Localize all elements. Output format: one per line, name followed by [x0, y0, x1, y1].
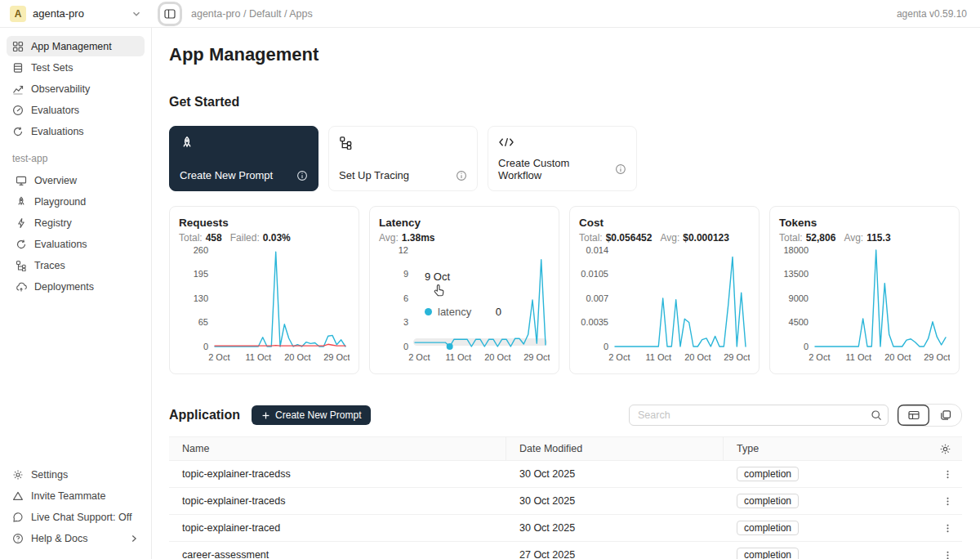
row-menu-button[interactable] [939, 493, 956, 510]
sidebar-item-registry[interactable]: Registry [7, 212, 145, 233]
sidebar-item-app-management[interactable]: App Management [7, 36, 145, 56]
app-date-modified: 30 Oct 2025 [506, 495, 724, 507]
ellipsis-vertical-icon [942, 523, 953, 534]
column-header-date-modified[interactable]: Date Modified [506, 437, 724, 460]
table-row[interactable]: topic-explainer-tracedss 30 Oct 2025 com… [169, 461, 962, 488]
search-input[interactable] [629, 405, 889, 426]
create-new-prompt-button[interactable]: Create New Prompt [252, 405, 371, 425]
refresh-circle-icon [16, 239, 27, 250]
info-icon[interactable] [296, 170, 308, 181]
sidebar-item-traces[interactable]: Traces [7, 255, 145, 275]
card-view-button[interactable] [929, 405, 961, 426]
y-axis-tick: 9000 [789, 293, 808, 303]
x-axis-tick: 11 Oct [246, 352, 272, 362]
x-axis-tick: 11 Oct [446, 352, 472, 362]
sidebar-item-observability[interactable]: Observability [7, 78, 145, 99]
test-sets-icon [12, 62, 24, 74]
hover-marker-dot [447, 343, 453, 350]
sidebar-item-playground[interactable]: Playground [7, 191, 145, 212]
table-row[interactable]: career-assessment 27 Oct 2025 completion [169, 542, 962, 559]
get-started-cards: Create New Prompt Set Up Tracing Create … [169, 126, 962, 191]
column-header-type[interactable]: Type [724, 437, 926, 460]
table-row[interactable]: topic-explainer-traced 30 Oct 2025 compl… [169, 515, 962, 542]
ellipsis-vertical-icon [942, 496, 953, 507]
chart-title: Requests [179, 217, 350, 229]
sidebar-item-help-docs[interactable]: Help & Docs [7, 528, 145, 548]
x-axis-tick: 20 Oct [484, 352, 510, 362]
sidebar-item-overview[interactable]: Overview [7, 170, 145, 190]
sidebar-item-label: Live Chat Support: Off [31, 512, 131, 523]
requests-chart: 0651301952602 Oct11 Oct20 Oct29 Oct [179, 244, 350, 366]
chart-title: Tokens [779, 217, 950, 229]
chart-stat-label: Avg: [660, 232, 679, 244]
cloud-icon [16, 281, 27, 293]
chart-title: Latency [379, 217, 550, 229]
row-menu-button[interactable] [939, 547, 956, 559]
info-icon[interactable] [615, 163, 626, 175]
top-bar: A agenta-pro agenta-pro / Default / Apps… [0, 0, 980, 28]
sidebar: App Management Test Sets Observability E… [0, 28, 152, 559]
chart-stat-label: Total: [179, 232, 203, 244]
x-axis-tick: 20 Oct [684, 352, 710, 362]
table-row[interactable]: topic-explainer-traceds 30 Oct 2025 comp… [169, 488, 962, 515]
help-icon [12, 533, 24, 544]
trace-tree-icon [339, 136, 353, 150]
table-view-button[interactable] [898, 405, 929, 426]
sidebar-item-live-chat[interactable]: Live Chat Support: Off [7, 507, 145, 527]
chart-stats: Avg:1.38ms [379, 232, 550, 244]
create-custom-workflow-card[interactable]: Create Custom Workflow [488, 126, 637, 191]
sidebar-footer: Settings Invite Teammate Live Chat Suppo… [7, 464, 145, 549]
x-axis-tick: 20 Oct [284, 352, 310, 362]
breadcrumb[interactable]: agenta-pro / Default / Apps [191, 8, 313, 20]
workspace-selector[interactable]: A agenta-pro [0, 6, 152, 22]
view-toggle-group [897, 404, 962, 427]
set-up-tracing-card[interactable]: Set Up Tracing [328, 126, 478, 191]
y-axis-tick: 0.014 [586, 245, 608, 255]
type-badge: completion [737, 494, 799, 508]
chart-stat-value: $0.000123 [683, 232, 729, 244]
sidebar-item-evaluations[interactable]: Evaluations [7, 121, 145, 141]
sidebar-item-label: Overview [34, 175, 77, 186]
tooltip-series-row: latency 0 [425, 306, 501, 318]
sidebar-toggle-button[interactable] [160, 4, 180, 24]
main-content: App Management Get Started Create New Pr… [152, 28, 980, 559]
chart-stat-label: Failed: [230, 232, 260, 244]
button-label: Create New Prompt [275, 409, 361, 421]
sidebar-item-settings[interactable]: Settings [7, 464, 145, 485]
sidebar-item-evaluators[interactable]: Evaluators [7, 100, 145, 120]
sidebar-item-invite-teammate[interactable]: Invite Teammate [7, 485, 145, 506]
sidebar-item-deployments[interactable]: Deployments [7, 276, 145, 297]
metrics-charts: Requests Total:458Failed:0.03% 065130195… [169, 206, 962, 374]
app-date-modified: 30 Oct 2025 [506, 522, 724, 534]
table-settings-gear-icon[interactable] [939, 443, 951, 455]
search-icon[interactable] [871, 409, 882, 421]
app-name: topic-explainer-tracedss [169, 468, 506, 480]
row-menu-button[interactable] [939, 520, 956, 537]
row-menu-button[interactable] [939, 466, 956, 483]
sidebar-item-test-sets[interactable]: Test Sets [7, 57, 145, 78]
page-title: App Management [169, 44, 962, 65]
code-icon [498, 136, 514, 149]
sidebar-item-evaluations-app[interactable]: Evaluations [7, 234, 145, 254]
panel-collapse-icon [163, 7, 176, 20]
sidebar-item-label: Playground [34, 196, 86, 208]
gear-icon [12, 469, 24, 481]
app-date-modified: 30 Oct 2025 [506, 468, 724, 480]
x-axis-tick: 29 Oct [924, 352, 950, 362]
lightning-icon [16, 217, 27, 229]
app-date-modified: 27 Oct 2025 [506, 549, 724, 559]
card-label: Create Custom Workflow [498, 157, 615, 181]
column-header-name[interactable]: Name [169, 437, 506, 460]
card-view-icon [939, 409, 952, 422]
cost-chart: 00.00350.0070.01050.0142 Oct11 Oct20 Oct… [579, 244, 750, 366]
x-axis-tick: 2 Oct [608, 352, 630, 362]
info-icon[interactable] [456, 170, 467, 181]
sidebar-item-label: Evaluations [31, 126, 84, 137]
ellipsis-vertical-icon [942, 469, 953, 480]
chart-tooltip: 9 Oct latency 0 [419, 267, 507, 323]
create-new-prompt-card[interactable]: Create New Prompt [169, 126, 318, 191]
x-axis-tick: 29 Oct [523, 352, 550, 362]
y-axis-tick: 6 [403, 293, 408, 303]
chart-stat-value: $0.056452 [606, 232, 653, 244]
chart-stat-label: Avg: [379, 232, 399, 244]
